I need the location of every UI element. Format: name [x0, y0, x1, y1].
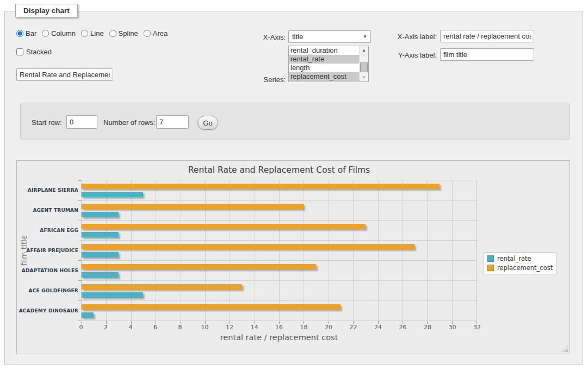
app-root: Display chart BarColumnLineSplineArea St… — [0, 0, 588, 370]
start-row-input[interactable] — [66, 115, 97, 129]
bar-rental_rate — [82, 292, 143, 298]
x-tick-label: 24 — [374, 324, 382, 331]
chart-title-input[interactable] — [16, 68, 113, 81]
chart-type-option-bar[interactable]: Bar — [16, 29, 36, 37]
chart-type-option-spline[interactable]: Spline — [109, 29, 138, 37]
y-axis-label-input[interactable] — [440, 48, 534, 61]
bar-replacement_cost — [82, 184, 440, 189]
chart-type-option-column[interactable]: Column — [42, 29, 76, 37]
y-tick-mark — [78, 200, 81, 201]
chart-category-row: AFFAIR PREJUDICE — [82, 241, 476, 261]
bar-replacement_cost — [82, 224, 366, 229]
x-axis-select[interactable]: title ▼ — [288, 30, 371, 43]
y-tick-mark — [78, 300, 81, 301]
chart-category-row: ACADEMY DINOSAUR — [82, 301, 476, 321]
bar-rental_rate — [82, 232, 119, 237]
bar-replacement_cost — [82, 244, 414, 249]
x-tick-labels: 02468101214161820222426283032 — [81, 324, 477, 331]
stacked-option[interactable]: Stacked — [16, 48, 52, 56]
bar-replacement_cost — [82, 204, 304, 209]
chart-type-option-label: Area — [153, 29, 168, 37]
chart-type-option-label: Line — [90, 29, 104, 37]
scrollbar-thumb[interactable] — [360, 62, 368, 72]
row-params-panel: Start row: Number of rows: Go — [20, 103, 570, 140]
legend-swatch-replacement_cost — [487, 265, 494, 271]
legend-item: rental_rate — [487, 255, 553, 262]
bar-rental_rate — [82, 212, 119, 217]
series-option-rental_rate[interactable]: rental_rate — [289, 55, 359, 64]
chart-category-row: AFRICAN EGG — [82, 221, 476, 241]
x-axis-selected-value: title — [292, 33, 363, 41]
plot-area: AIRPLANE SIERRAAGENT TRUMANAFRICAN EGGAF… — [81, 180, 477, 321]
x-axis-select-label: X-Axis: — [242, 33, 286, 41]
x-tick-label: 26 — [399, 324, 407, 331]
chart-type-radio-spline[interactable] — [109, 30, 116, 37]
x-axis-title: rental rate / replacement cost — [81, 333, 477, 342]
y-axis-label-label: Y-Axis label: — [389, 51, 437, 59]
series-option-replacement_cost[interactable]: replacement_cost — [289, 72, 359, 81]
chart-type-radio-area[interactable] — [144, 30, 151, 37]
x-tick-label: 12 — [226, 324, 233, 331]
legend-swatch-rental_rate — [487, 255, 494, 262]
x-tick-label: 2 — [104, 324, 108, 331]
x-tick-label: 16 — [275, 324, 283, 331]
y-tick-mark — [78, 241, 81, 241]
x-tick-label: 30 — [449, 324, 456, 331]
category-label: ACE GOLDFINGER — [13, 288, 78, 293]
resize-handle-icon[interactable] — [561, 346, 568, 352]
chart-category-row: ACE GOLDFINGER — [82, 281, 476, 301]
chart-type-radio-bar[interactable] — [16, 30, 23, 37]
start-row-label: Start row: — [32, 118, 62, 127]
bar-replacement_cost — [82, 284, 242, 290]
scroll-down-icon[interactable]: ▼ — [360, 73, 368, 81]
bar-rental_rate — [82, 272, 119, 278]
category-label: AFRICAN EGG — [13, 228, 78, 233]
series-listbox[interactable]: rental_durationrental_ratelengthreplacem… — [288, 46, 369, 82]
series-scrollbar[interactable]: ▲ ▼ — [359, 46, 368, 81]
x-tick-label: 32 — [473, 324, 481, 331]
chart-type-option-label: Spline — [119, 29, 138, 37]
chart-type-radio-column[interactable] — [42, 30, 49, 37]
num-rows-input[interactable] — [156, 115, 189, 129]
go-button[interactable]: Go — [197, 116, 218, 130]
stacked-checkbox[interactable] — [16, 48, 23, 55]
x-tick-label: 8 — [178, 324, 182, 331]
dropdown-arrow-icon: ▼ — [363, 34, 367, 39]
bar-rental_rate — [82, 252, 119, 258]
chart-legend: rental_ratereplacement_cost — [484, 252, 556, 274]
legend-label: rental_rate — [497, 255, 531, 262]
x-tick-label: 18 — [300, 324, 308, 331]
category-label: AGENT TRUMAN — [13, 208, 78, 213]
x-tick-label: 20 — [325, 324, 332, 331]
category-label: AIRPLANE SIERRA — [13, 187, 78, 193]
x-tick-label: 28 — [424, 324, 431, 331]
chart-category-row: AIRPLANE SIERRA — [82, 180, 476, 200]
chart-title: Rental Rate and Replacement Cost of Film… — [81, 165, 477, 175]
series-option-rental_duration[interactable]: rental_duration — [289, 46, 359, 55]
x-tick-label: 0 — [79, 324, 83, 331]
y-tick-mark — [78, 280, 81, 281]
bar-rental_rate — [82, 312, 94, 318]
x-tick-label: 22 — [350, 324, 357, 331]
chart-type-radio-line[interactable] — [81, 30, 88, 37]
legend-item: replacement_cost — [487, 264, 553, 272]
num-rows-label: Number of rows: — [103, 118, 155, 127]
series-option-length[interactable]: length — [289, 64, 359, 72]
bar-rental_rate — [82, 192, 143, 197]
chart-category-row: AGENT TRUMAN — [82, 200, 476, 221]
chart-type-group: BarColumnLineSplineArea — [16, 29, 168, 37]
y-tick-mark — [78, 321, 81, 321]
scroll-up-icon[interactable]: ▲ — [360, 46, 368, 54]
chart-type-option-area[interactable]: Area — [144, 29, 168, 37]
x-tick-label: 10 — [201, 324, 209, 331]
x-tick-label: 14 — [251, 324, 258, 331]
chart-panel: Rental Rate and Replacement Cost of Film… — [16, 160, 570, 354]
y-tick-mark — [78, 221, 81, 221]
series-select-label: Series: — [242, 76, 286, 84]
legend-label: replacement_cost — [497, 264, 553, 272]
x-axis-label-input[interactable] — [440, 30, 534, 42]
chart-type-option-line[interactable]: Line — [81, 29, 104, 37]
category-label: ADAPTATION HOLES — [13, 268, 78, 273]
bar-replacement_cost — [82, 304, 341, 310]
x-axis-label-label: X-Axis label: — [389, 33, 437, 41]
